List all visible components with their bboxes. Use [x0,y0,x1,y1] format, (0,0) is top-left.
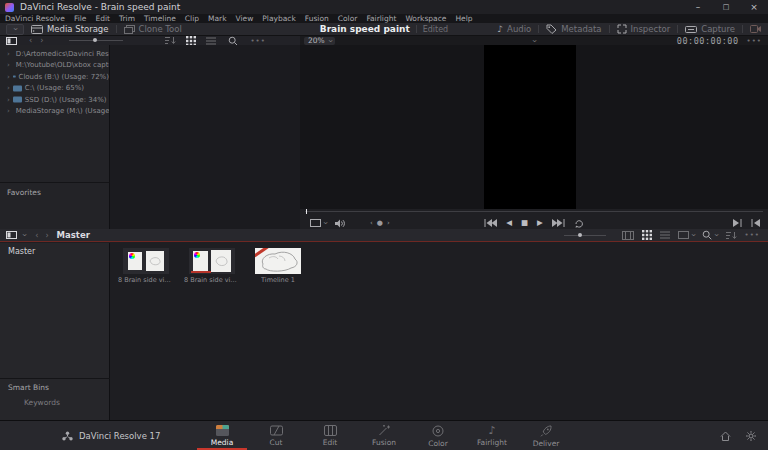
drive-item[interactable]: › C:\ (Usage: 65%) [0,83,109,95]
settings-gear-icon[interactable] [746,431,756,441]
search-icon[interactable] [228,36,238,46]
menu-fairlight[interactable]: Fairlight [366,14,396,23]
menu-file[interactable]: File [74,14,87,23]
panel-toggle-icon[interactable] [6,37,17,45]
bin-options-icon[interactable]: ••• [745,231,760,239]
color-wheel-preview [129,253,135,259]
expand-chevron-icon[interactable]: › [7,107,10,115]
stop-button[interactable]: ■ [521,218,528,228]
bin-panel-toggle-icon[interactable] [6,231,17,239]
tab-color[interactable]: Color [412,421,464,450]
metadata-label: Metadata [561,24,601,34]
drive-icon [13,73,16,80]
bin-grid-view-icon[interactable] [642,230,652,240]
step-back-button[interactable]: ◀ [506,218,512,228]
menu-workspace[interactable]: Workspace [405,14,446,23]
tab-fusion[interactable]: Fusion [358,421,410,450]
sidebar-item-master[interactable]: Master [0,243,109,256]
chevron-down-icon: › [713,233,719,236]
storage-browser-area[interactable] [110,45,300,229]
goto-out-button[interactable] [751,219,760,227]
menu-timeline[interactable]: Timeline [144,14,176,23]
drive-item[interactable]: › M:\Youtube\OLD\xbox capture... [0,60,109,72]
sidebar-item-keywords[interactable]: Keywords [24,398,60,407]
back-button[interactable]: ‹ [29,36,32,45]
menu-trim[interactable]: Trim [119,14,135,23]
bin-forward-button[interactable]: › [45,231,48,240]
scrubber[interactable] [305,211,763,212]
clone-tool-button[interactable]: Clone Tool [117,23,189,35]
clip-card[interactable]: 8 Brain side view... [184,248,240,284]
slider-knob[interactable] [578,233,582,237]
tab-media[interactable]: Media [196,421,248,450]
expand-chevron-icon[interactable]: › [7,96,10,104]
inspector-button[interactable]: Inspector [610,23,678,35]
capture-button[interactable]: Capture [678,23,742,35]
expand-chevron-icon[interactable]: › [7,61,10,69]
chevron-down-icon[interactable]: › [21,233,27,236]
drive-item[interactable]: › MediaStorage (M:\) (Usage: 94%) [0,106,109,118]
drive-item[interactable]: › Clouds (B:\) (Usage: 72%) [0,71,109,83]
menu-fusion[interactable]: Fusion [305,14,329,23]
drive-item[interactable]: › D:\Artomedics\Davinci Resolve (... [0,48,109,60]
close-button[interactable]: × [740,0,768,14]
metadata-button[interactable]: Metadata [539,23,608,35]
clip-name: Timeline 1 [261,276,295,284]
clip-card[interactable]: 8 Brain side view... [118,248,174,284]
minimize-button[interactable]: – [684,0,712,14]
drive-icon [13,85,22,92]
divider [0,378,110,379]
list-view-icon[interactable] [206,37,216,45]
bin-list-view-icon[interactable] [660,231,670,239]
expand-chevron-icon[interactable]: › [7,73,10,81]
menu-view[interactable]: View [236,14,254,23]
bin-back-button[interactable]: ‹ [35,231,38,240]
loop-button[interactable] [574,219,584,228]
media-storage-button[interactable]: Media Storage [24,23,116,35]
forward-button[interactable]: › [40,36,43,45]
drive-item[interactable]: › SSD (D:\) (Usage: 34%) [0,94,109,106]
bin-filter-dropdown[interactable]: › [678,231,694,239]
timeline-card[interactable]: Timeline 1 [250,248,306,284]
tab-edit[interactable]: Edit [304,421,356,450]
home-icon[interactable] [720,431,731,441]
viewer-clip-dropdown[interactable]: › [300,38,768,44]
tab-fairlight[interactable]: ♪ Fairlight [466,421,518,450]
smart-bins-label[interactable]: Smart Bins [8,383,49,392]
bin-search-dropdown[interactable]: › [702,230,717,240]
audio-button[interactable]: ♪ Audio [490,23,538,35]
more-options-icon[interactable]: ••• [250,37,265,45]
playhead[interactable] [306,209,307,214]
video-frame[interactable] [484,45,576,209]
menu-color[interactable]: Color [338,14,358,23]
expand-chevron-icon[interactable]: › [7,50,10,58]
goto-in-button[interactable] [733,219,742,227]
remote-capture-button[interactable] [743,23,768,35]
thumbnail-size-slider[interactable] [69,40,123,41]
play-button[interactable]: ▶ [537,218,543,228]
sort-icon[interactable] [165,36,176,45]
tab-cut[interactable]: Cut [250,421,302,450]
menu-edit[interactable]: Edit [95,14,110,23]
slider-knob[interactable] [93,38,97,42]
panel-collapse-button[interactable]: › [6,24,24,35]
timeline-thumbnail[interactable] [255,248,301,274]
maximize-button[interactable]: □ [712,0,740,14]
grid-view-icon[interactable] [186,36,196,46]
bin-sort-icon[interactable] [726,231,737,240]
tab-edit-label: Edit [323,438,338,447]
clip-thumbnail[interactable] [189,248,235,274]
filmstrip-view-icon[interactable] [622,231,634,240]
tab-deliver[interactable]: Deliver [520,421,572,450]
bin-clips-area[interactable]: 8 Brain side view... 8 Brain side view..… [110,243,768,420]
menu-clip[interactable]: Clip [185,14,199,23]
clip-thumbnail[interactable] [123,248,169,274]
menu-playback[interactable]: Playback [262,14,295,23]
menu-davinci-resolve[interactable]: DaVinci Resolve [5,14,65,23]
last-frame-button[interactable] [552,219,565,227]
bin-thumb-size-slider[interactable] [564,235,606,236]
menu-help[interactable]: Help [455,14,472,23]
first-frame-button[interactable] [484,219,497,227]
menu-mark[interactable]: Mark [208,14,227,23]
expand-chevron-icon[interactable]: › [7,84,10,92]
